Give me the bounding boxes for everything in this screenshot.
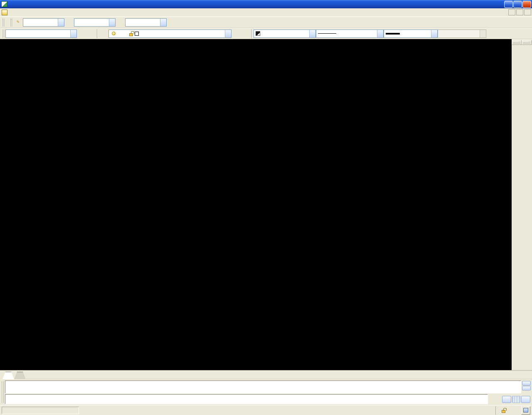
combo-arrow-icon[interactable] [109, 19, 115, 26]
scroll-grip[interactable] [512, 396, 520, 403]
clean-screen-icon [523, 408, 528, 413]
combo-arrow-icon[interactable] [225, 30, 231, 37]
lineweight-sample-icon [386, 33, 400, 35]
autocad-app-icon [1, 1, 7, 7]
title-bar [0, 0, 532, 8]
document-icon[interactable] [2, 10, 7, 15]
my-workspace-button[interactable] [86, 29, 96, 38]
layer-color-swatch [134, 30, 140, 37]
menu-bar [0, 8, 532, 17]
command-input-row [5, 394, 531, 404]
tab-layout1[interactable] [14, 372, 26, 379]
separator [96, 29, 99, 38]
layer-freeze-sun-icon[interactable] [116, 30, 122, 37]
mdi-restore-button[interactable] [516, 9, 523, 15]
drawing-canvas-svg [0, 39, 512, 370]
layer-lock-icon[interactable] [128, 30, 134, 37]
text-style-combo[interactable] [23, 18, 64, 27]
scroll-up-button[interactable] [522, 381, 531, 385]
text-style-pencil-icon: ✎ [17, 20, 20, 24]
color-combo[interactable] [254, 30, 316, 38]
make-object-layer-current-button[interactable] [232, 29, 241, 38]
linetype-sample-icon [318, 33, 336, 34]
coordinates-display[interactable] [2, 407, 79, 414]
styles-toolbar-grip[interactable] [10, 18, 12, 27]
draw-toolbar-grip[interactable] [513, 42, 520, 44]
restore-button[interactable] [513, 1, 522, 8]
layer-properties-manager-button[interactable] [99, 29, 108, 38]
combo-arrow-icon[interactable] [58, 19, 64, 26]
layer-viewport-freeze-icon[interactable] [122, 30, 128, 37]
command-window [0, 379, 532, 405]
workspace-settings-button[interactable] [77, 29, 86, 38]
command-scrollbar [521, 380, 531, 393]
dim-style-manager-button[interactable] [64, 18, 74, 27]
combo-arrow-icon[interactable] [160, 19, 166, 26]
close-button[interactable] [522, 1, 531, 8]
right-toolbar-panel [512, 39, 532, 370]
layout-tabs [2, 371, 26, 379]
plot-style-combo [438, 30, 486, 38]
toolbar-grip[interactable] [2, 18, 4, 27]
drawing-canvas[interactable] [0, 39, 512, 370]
command-history [5, 380, 521, 393]
command-main [5, 380, 531, 404]
separator [251, 29, 254, 38]
command-window-grip[interactable] [1, 381, 4, 403]
scroll-left-button[interactable] [502, 396, 511, 403]
dim-style-combo[interactable] [74, 18, 116, 27]
color-swatch-icon [256, 31, 260, 36]
command-hscroll [488, 394, 531, 404]
layout-tab-bar [0, 370, 532, 379]
layer-previous-button[interactable] [241, 29, 251, 38]
lineweight-combo[interactable] [384, 30, 438, 38]
combo-arrow-icon[interactable] [377, 30, 383, 37]
text-style-manager-button[interactable]: ✎ [13, 18, 23, 27]
status-tray [495, 406, 520, 415]
command-input[interactable] [5, 394, 488, 404]
combo-arrow-icon[interactable] [309, 30, 315, 37]
toolbar-lock-icon[interactable] [500, 407, 506, 413]
mdi-minimize-button[interactable] [508, 9, 515, 15]
minimize-button[interactable] [504, 1, 513, 8]
clean-screen-button[interactable] [521, 406, 530, 415]
layer-on-bulb-icon[interactable] [111, 30, 116, 37]
linetype-combo[interactable] [316, 30, 384, 38]
table-style-manager-button[interactable] [116, 18, 125, 27]
combo-arrow-icon[interactable] [70, 30, 76, 37]
draw-toolbar [512, 40, 522, 45]
workspace-combo[interactable] [5, 30, 77, 38]
main-area [0, 39, 532, 370]
table-style-combo[interactable] [125, 18, 167, 27]
status-bar [0, 405, 532, 415]
mdi-close-button[interactable] [524, 9, 531, 15]
plot-status-icon[interactable] [508, 407, 515, 413]
tab-model[interactable] [2, 372, 14, 379]
standard-toolbar-row: ✎ [0, 17, 532, 28]
combo-arrow-icon[interactable] [431, 30, 437, 37]
scroll-down-button[interactable] [522, 386, 531, 390]
modify-toolbar-grip[interactable] [523, 42, 530, 44]
command-history-row [5, 380, 531, 393]
tab-bar-filler [26, 371, 532, 379]
workspaces-toolbar-grip[interactable] [2, 30, 4, 38]
scroll-right-button[interactable] [521, 396, 530, 403]
layer-combo[interactable] [108, 30, 232, 38]
combo-arrow-icon [480, 30, 486, 37]
modify-toolbar [522, 40, 532, 45]
layers-toolbar-row [0, 28, 532, 39]
